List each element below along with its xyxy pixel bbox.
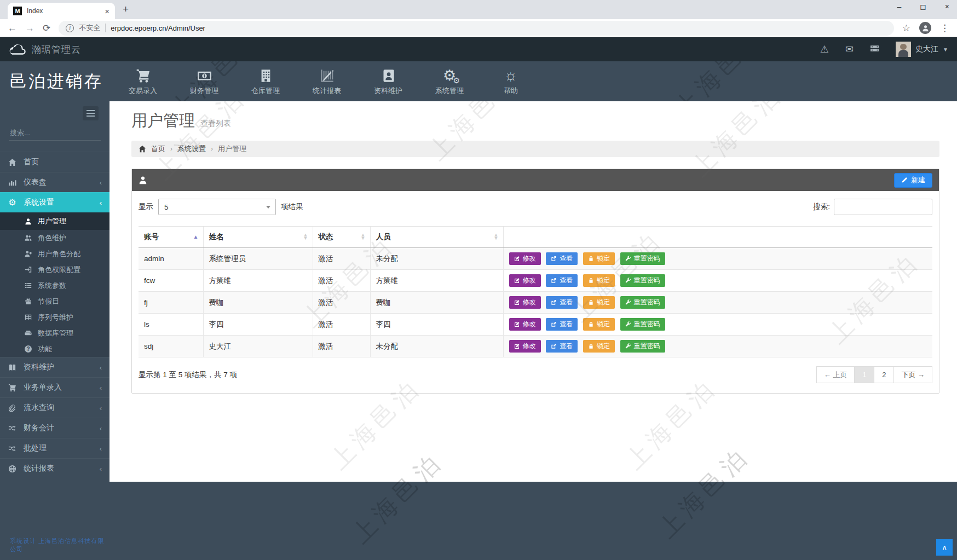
external-link-icon <box>551 278 557 284</box>
column-header-name[interactable]: 姓名▲▼ <box>203 227 313 248</box>
sidebar-item-transaction-query[interactable]: 流水查询 ‹ <box>0 397 109 418</box>
sidebar-item-batch-processing[interactable]: 批处理 ‹ <box>0 438 109 458</box>
view-button[interactable]: 查看 <box>546 274 578 287</box>
sidebar-item-label: 业务单录入 <box>24 383 62 392</box>
sidebar-search-input[interactable] <box>10 129 106 137</box>
user-menu[interactable]: 史大江 ▼ <box>896 42 948 57</box>
sidebar-item-statistics-reports[interactable]: 统计报表 ‹ <box>0 458 109 478</box>
top-menu-label: 统计报表 <box>313 86 341 96</box>
gift-icon <box>24 298 32 305</box>
page-length-select[interactable]: 5 <box>158 199 276 215</box>
sidebar-toggle-hamburger-icon[interactable] <box>83 106 99 120</box>
table-icon <box>24 314 32 321</box>
table-search-input[interactable] <box>834 199 932 215</box>
alerts-warning-icon[interactable]: ⚠ <box>820 44 829 54</box>
lock-button[interactable]: 锁定 <box>583 274 615 287</box>
column-header-account[interactable]: 账号▲ <box>139 227 203 248</box>
view-button[interactable]: 查看 <box>546 340 578 353</box>
edit-button[interactable]: 修改 <box>509 340 541 353</box>
address-input[interactable]: i 不安全 erpdoc.epoerp.cn/Admin/User <box>59 21 894 36</box>
submenu-item-role-permission[interactable]: 角色权限配置 <box>0 262 109 278</box>
caret-down-icon <box>266 206 270 209</box>
lock-button[interactable]: 锁定 <box>583 340 615 353</box>
column-header-person[interactable]: 人员▲▼ <box>370 227 503 248</box>
reset-password-button[interactable]: 重置密码 <box>620 252 665 265</box>
submenu-item-holidays[interactable]: 节假日 <box>0 293 109 309</box>
app-logo[interactable]: 瀚琚管理云 <box>9 43 81 56</box>
contact-card-icon <box>381 67 396 83</box>
submenu-item-serial-maintenance[interactable]: 序列号维护 <box>0 309 109 325</box>
browser-tab[interactable]: M Index × <box>8 3 115 19</box>
cell-status: 激活 <box>313 248 370 270</box>
reload-icon[interactable]: ⟳ <box>43 24 50 33</box>
sidebar-item-masterdata[interactable]: 资料维护 ‹ <box>0 357 109 377</box>
top-menu-item-help[interactable]: ☼ 帮助 <box>480 61 541 101</box>
browser-menu-icon[interactable]: ⋮ <box>940 24 949 33</box>
browser-profile-icon[interactable] <box>919 22 931 34</box>
money-icon <box>197 67 212 83</box>
submenu-item-functions[interactable]: ? 功能 <box>0 341 109 357</box>
page-info-icon[interactable]: i <box>66 24 74 32</box>
edit-button[interactable]: 修改 <box>509 274 541 287</box>
user-icon <box>139 176 147 184</box>
reset-password-button[interactable]: 重置密码 <box>620 318 665 331</box>
submenu-item-database-management[interactable]: 数据库管理 <box>0 325 109 341</box>
top-menu-item-reports[interactable]: 统计报表 <box>296 61 358 101</box>
submenu-item-role-maintenance[interactable]: 角色维护 <box>0 230 109 246</box>
pagination-page-2-button[interactable]: 2 <box>874 366 894 383</box>
create-new-button[interactable]: 新建 <box>894 173 932 188</box>
edit-button[interactable]: 修改 <box>509 318 541 331</box>
lock-button[interactable]: 锁定 <box>583 252 615 265</box>
breadcrumb-home[interactable]: 首页 <box>151 144 165 154</box>
pagination-page-1-button[interactable]: 1 <box>854 366 874 383</box>
view-button[interactable]: 查看 <box>546 252 578 265</box>
new-tab-button[interactable]: + <box>123 3 129 15</box>
lock-icon <box>588 321 594 327</box>
paperclip-icon <box>8 404 17 412</box>
top-menu-item-transactions[interactable]: 交易录入 <box>112 61 174 101</box>
chevron-left-icon: ‹ <box>100 178 102 187</box>
pagination-prev-button[interactable]: ← 上页 <box>816 366 855 383</box>
reset-password-button[interactable]: 重置密码 <box>620 340 665 353</box>
edit-button[interactable]: 修改 <box>509 296 541 309</box>
wrench-icon <box>625 256 631 262</box>
messages-envelope-icon[interactable]: ✉ <box>845 44 854 54</box>
sidebar-item-financial-accounting[interactable]: 财务会计 ‹ <box>0 418 109 438</box>
submenu-item-user-management[interactable]: 用户管理 <box>0 212 109 230</box>
wrench-icon <box>625 343 631 349</box>
top-menu-item-finance[interactable]: 财务管理 <box>174 61 235 101</box>
submenu-item-system-params[interactable]: 系统参数 <box>0 278 109 293</box>
reset-password-button[interactable]: 重置密码 <box>620 274 665 287</box>
reset-password-button[interactable]: 重置密码 <box>620 296 665 309</box>
cell-person: 李四 <box>370 314 503 336</box>
forward-icon[interactable]: → <box>25 24 34 33</box>
view-button[interactable]: 查看 <box>546 296 578 309</box>
top-menu-item-warehouse[interactable]: 仓库管理 <box>235 61 296 101</box>
lock-button[interactable]: 锁定 <box>583 296 615 309</box>
edit-button[interactable]: 修改 <box>509 252 541 265</box>
sidebar-item-dashboard[interactable]: 仪表盘 ‹ <box>0 172 109 192</box>
sidebar-item-home[interactable]: 首页 <box>0 152 109 172</box>
sidebar-item-business-entry[interactable]: 业务单录入 ‹ <box>0 377 109 397</box>
tab-close-icon[interactable]: × <box>105 7 109 15</box>
browser-tab-strip: M Index × + – ◻ × <box>0 0 957 19</box>
window-maximize-button[interactable]: ◻ <box>920 2 926 11</box>
top-menu-item-system[interactable]: ⚙⚙ 系统管理 <box>419 61 480 101</box>
cell-status: 激活 <box>313 314 370 336</box>
window-minimize-button[interactable]: – <box>897 2 901 11</box>
lock-button[interactable]: 锁定 <box>583 318 615 331</box>
sidebar-item-system-settings[interactable]: ⚙ 系统设置 ‹ <box>0 192 109 212</box>
sort-icons: ▲▼ <box>303 234 308 240</box>
top-menu-item-masterdata[interactable]: 资料维护 <box>358 61 419 101</box>
submenu-item-user-role-assign[interactable]: 用户角色分配 <box>0 246 109 262</box>
window-close-button[interactable]: × <box>945 2 949 11</box>
back-to-top-button[interactable]: ∧ <box>936 539 953 556</box>
tasks-server-icon[interactable] <box>870 44 879 55</box>
pagination-next-button[interactable]: 下页 → <box>893 366 932 383</box>
column-header-status[interactable]: 状态▲▼ <box>313 227 370 248</box>
bookmark-star-icon[interactable]: ☆ <box>902 24 910 33</box>
view-button[interactable]: 查看 <box>546 318 578 331</box>
back-icon[interactable]: ← <box>8 24 17 33</box>
header-band: 上海邑泊 上海邑泊 邑泊进销存 交易录入 财务管理 仓库管理 统计报表 资料维护… <box>0 61 957 101</box>
breadcrumb-system-settings[interactable]: 系统设置 <box>177 144 206 154</box>
